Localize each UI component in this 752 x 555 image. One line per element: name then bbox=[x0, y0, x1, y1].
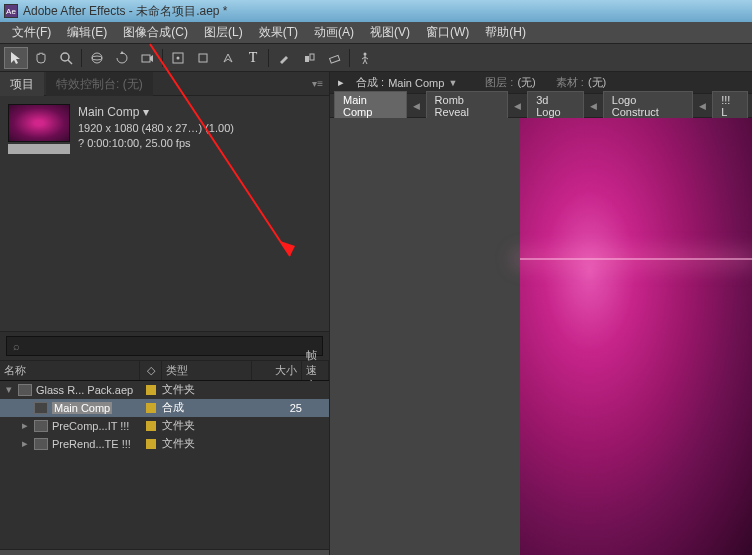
window-title: Adobe After Effects - 未命名项目.aep * bbox=[23, 3, 228, 20]
comp-dimensions: 1920 x 1080 (480 x 27…) (1.00) bbox=[78, 121, 234, 136]
camera-tool[interactable] bbox=[135, 47, 159, 69]
folder-icon bbox=[34, 438, 48, 450]
titlebar: Ae Adobe After Effects - 未命名项目.aep * bbox=[0, 0, 752, 22]
material-dropdown-value[interactable]: (无) bbox=[588, 75, 606, 90]
item-label: PreRend...TE !!! bbox=[52, 438, 131, 450]
puppet-tool[interactable] bbox=[353, 47, 377, 69]
tag-icon: ◇ bbox=[147, 364, 155, 377]
comp-dropdown-value: Main Comp bbox=[388, 77, 444, 89]
svg-point-3 bbox=[92, 56, 102, 60]
menu-view[interactable]: 视图(V) bbox=[362, 21, 418, 44]
clone-tool[interactable] bbox=[297, 47, 321, 69]
chevron-left-icon: ◀ bbox=[586, 101, 601, 111]
comp-thumbnail[interactable] bbox=[8, 104, 70, 142]
orbit-tool[interactable] bbox=[85, 47, 109, 69]
disclosure-triangle[interactable]: ▸ bbox=[20, 437, 30, 450]
color-swatch[interactable] bbox=[146, 403, 156, 413]
svg-point-2 bbox=[92, 53, 102, 63]
crumb-more[interactable]: !!! L bbox=[712, 91, 748, 121]
chevron-down-icon: ▼ bbox=[448, 78, 457, 88]
disclosure-triangle[interactable]: ▸ bbox=[20, 419, 30, 432]
svg-point-8 bbox=[177, 56, 180, 59]
tree-row[interactable]: ▸PreRend...TE !!!文件夹 bbox=[0, 435, 329, 453]
tab-project[interactable]: 项目 bbox=[0, 72, 44, 97]
anchor-tool[interactable] bbox=[166, 47, 190, 69]
project-tree[interactable]: ▾Glass R... Pack.aep文件夹Main Comp合成25▸Pre… bbox=[0, 381, 329, 550]
menu-composition[interactable]: 图像合成(C) bbox=[115, 21, 196, 44]
tab-effect-controls[interactable]: 特效控制台: (无) bbox=[46, 72, 153, 97]
crumb-main[interactable]: Main Comp bbox=[334, 91, 407, 121]
comp-icon bbox=[34, 402, 48, 414]
layer-dropdown-label: 图层 : bbox=[485, 75, 513, 90]
menu-layer[interactable]: 图层(L) bbox=[196, 21, 251, 44]
comp-breadcrumb: Main Comp ◀ Romb Reveal ◀ 3d Logo ◀ Logo… bbox=[330, 94, 752, 118]
lens-flare bbox=[520, 258, 752, 260]
menu-edit[interactable]: 编辑(E) bbox=[59, 21, 115, 44]
menu-effect[interactable]: 效果(T) bbox=[251, 21, 306, 44]
text-tool[interactable]: T bbox=[241, 47, 265, 69]
folder-icon bbox=[18, 384, 32, 396]
tree-row[interactable]: ▸PreComp...IT !!!文件夹 bbox=[0, 417, 329, 435]
col-name[interactable]: 名称 bbox=[0, 361, 140, 380]
item-size: 25 bbox=[252, 402, 302, 414]
pen-tool[interactable] bbox=[216, 47, 240, 69]
col-type[interactable]: 类型 bbox=[162, 361, 252, 380]
hand-tool[interactable] bbox=[29, 47, 53, 69]
zoom-tool[interactable] bbox=[54, 47, 78, 69]
chevron-left-icon: ◀ bbox=[510, 101, 525, 111]
svg-rect-5 bbox=[142, 55, 150, 62]
svg-line-1 bbox=[68, 60, 72, 64]
folder-icon bbox=[34, 420, 48, 432]
item-type: 文件夹 bbox=[162, 418, 252, 433]
color-swatch[interactable] bbox=[146, 421, 156, 431]
composition-viewport[interactable] bbox=[330, 118, 752, 555]
svg-rect-10 bbox=[305, 56, 309, 62]
crumb-3dlogo[interactable]: 3d Logo bbox=[527, 91, 584, 121]
search-input[interactable] bbox=[6, 336, 323, 356]
crumb-logocon[interactable]: Logo Construct bbox=[603, 91, 693, 121]
toolbar: T bbox=[0, 44, 752, 72]
svg-point-0 bbox=[61, 53, 69, 61]
color-swatch[interactable] bbox=[146, 439, 156, 449]
chevron-left-icon: ◀ bbox=[409, 101, 424, 111]
tree-row[interactable]: Main Comp合成25 bbox=[0, 399, 329, 417]
rotate-tool[interactable] bbox=[110, 47, 134, 69]
svg-rect-9 bbox=[199, 54, 207, 62]
svg-line-18 bbox=[365, 60, 367, 64]
crumb-romb[interactable]: Romb Reveal bbox=[426, 91, 509, 121]
menu-animation[interactable]: 动画(A) bbox=[306, 21, 362, 44]
app-icon: Ae bbox=[4, 4, 18, 18]
eraser-tool[interactable] bbox=[322, 47, 346, 69]
svg-marker-4 bbox=[120, 51, 124, 54]
tree-row[interactable]: ▾Glass R... Pack.aep文件夹 bbox=[0, 381, 329, 399]
menu-window[interactable]: 窗口(W) bbox=[418, 21, 477, 44]
item-label: Glass R... Pack.aep bbox=[36, 384, 133, 396]
item-type: 文件夹 bbox=[162, 436, 252, 451]
item-type: 合成 bbox=[162, 400, 252, 415]
comp-name[interactable]: Main Comp ▾ bbox=[78, 104, 234, 121]
layer-dropdown-value[interactable]: (无) bbox=[517, 75, 535, 90]
item-label: Main Comp bbox=[52, 402, 112, 414]
disclosure-triangle[interactable]: ▾ bbox=[4, 383, 14, 396]
item-label: PreComp...IT !!! bbox=[52, 420, 129, 432]
svg-rect-11 bbox=[310, 54, 314, 60]
menubar: 文件(F) 编辑(E) 图像合成(C) 图层(L) 效果(T) 动画(A) 视图… bbox=[0, 22, 752, 44]
menu-file[interactable]: 文件(F) bbox=[4, 21, 59, 44]
svg-rect-12 bbox=[330, 55, 340, 63]
comp-dropdown-label-prefix: 合成 : bbox=[356, 75, 384, 90]
project-panel: 项目 特效控制台: (无) ▾≡ Main Comp ▾ 1920 x 1080… bbox=[0, 72, 330, 555]
col-size[interactable]: 大小 bbox=[252, 361, 302, 380]
chevron-left-icon: ◀ bbox=[695, 101, 710, 111]
color-swatch[interactable] bbox=[146, 385, 156, 395]
selection-tool[interactable] bbox=[4, 47, 28, 69]
item-type: 文件夹 bbox=[162, 382, 252, 397]
comp-time: ? 0:00:10:00, 25.00 fps bbox=[78, 136, 234, 151]
brush-tool[interactable] bbox=[272, 47, 296, 69]
menu-help[interactable]: 帮助(H) bbox=[477, 21, 534, 44]
shape-tool[interactable] bbox=[191, 47, 215, 69]
column-header: 名称 ◇ 类型 大小 帧速率 bbox=[0, 361, 329, 381]
col-rate[interactable]: 帧速率 bbox=[302, 361, 329, 380]
panel-menu-icon[interactable]: ▾≡ bbox=[312, 78, 323, 89]
col-tag[interactable]: ◇ bbox=[140, 361, 162, 380]
material-dropdown-label: 素材 : bbox=[556, 75, 584, 90]
